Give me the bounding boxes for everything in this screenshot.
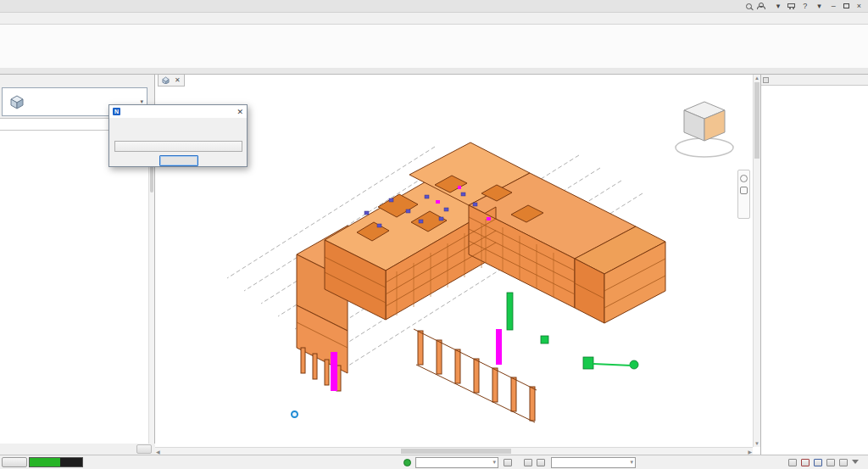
nwc-export-dialog: N ✕ (108, 104, 248, 167)
navisworks-icon: N (113, 108, 120, 115)
store-cart-icon[interactable] (787, 3, 795, 8)
status-progress-bar (29, 457, 83, 467)
properties-title (0, 75, 154, 87)
status-cancel-button[interactable] (2, 457, 27, 467)
zoom-icon[interactable] (740, 187, 748, 194)
export-progress-bar (114, 141, 242, 152)
properties-scrollbar[interactable] (148, 131, 154, 444)
view-tab[interactable]: ✕ (158, 75, 185, 87)
ribbon-tab-bar (0, 13, 868, 24)
title-bar: ▾ ? ▾ – × (0, 0, 868, 13)
scroll-up-icon[interactable]: ▲ (754, 75, 760, 81)
dialog-close-icon[interactable]: ✕ (236, 108, 243, 116)
help-menu-icon[interactable]: ▾ (815, 2, 824, 10)
status-bar (0, 455, 868, 469)
ribbon-bottom-strip (0, 68, 868, 75)
reveal-constraints-icon[interactable] (788, 459, 797, 466)
help-icon[interactable]: ? (800, 2, 810, 10)
canvas-vertical-scrollbar[interactable]: ▲ ▼ (753, 75, 760, 447)
view-3d-icon (8, 92, 26, 111)
project-tree (761, 86, 868, 455)
apply-button[interactable] (136, 444, 152, 454)
project-browser-icon (763, 77, 769, 83)
title-bar-right: ▾ ? ▾ – × (746, 2, 868, 10)
user-icon[interactable] (757, 3, 764, 9)
active-workset-select[interactable] (415, 457, 498, 468)
revit-window: ▾ ? ▾ – × ▾ (0, 0, 868, 469)
dialog-cancel-button[interactable] (159, 155, 198, 166)
properties-footer (0, 444, 155, 455)
editable-only-icon[interactable] (504, 459, 512, 466)
reveal-hidden-elements-icon[interactable] (814, 459, 822, 466)
restore-button[interactable] (843, 3, 849, 8)
minimize-button[interactable]: – (829, 2, 838, 10)
scroll-right-icon[interactable]: ▶ (748, 449, 752, 455)
search-icon[interactable] (746, 3, 752, 9)
design-option-select[interactable] (551, 457, 636, 468)
view-tab-3d-icon (162, 76, 170, 84)
temporary-hide-isolate-icon[interactable] (826, 459, 835, 466)
worksets-dialog-icon[interactable] (524, 459, 532, 466)
project-browser (760, 75, 868, 455)
design-options-icon[interactable] (537, 459, 545, 466)
uncrop-view-icon[interactable] (801, 459, 810, 466)
canvas-horizontal-scrollbar[interactable]: ◀ ▶ (155, 447, 753, 455)
properties-grid (0, 131, 149, 444)
sign-in-menu-icon[interactable]: ▾ (774, 2, 783, 10)
steering-wheel-icon[interactable] (740, 175, 748, 182)
scroll-left-icon[interactable]: ◀ (156, 449, 160, 455)
horizontal-scroll-thumb[interactable] (401, 449, 511, 454)
project-browser-title-bar[interactable] (761, 75, 868, 86)
vertical-scroll-thumb[interactable] (754, 82, 760, 159)
viewcube (676, 102, 733, 157)
navigation-bar[interactable] (737, 170, 750, 219)
select-toggle-icon[interactable] (839, 459, 848, 466)
status-progress-fill (30, 458, 60, 466)
view-tab-close-icon[interactable]: ✕ (175, 76, 181, 84)
worksharing-status-icon[interactable] (403, 459, 411, 466)
scroll-down-icon[interactable]: ▼ (754, 440, 760, 447)
base-point-marker[interactable] (291, 410, 298, 418)
filter-icon[interactable] (852, 460, 859, 464)
dialog-title-bar[interactable]: N ✕ (109, 105, 247, 118)
close-button[interactable]: × (854, 2, 864, 10)
ribbon (0, 24, 868, 68)
